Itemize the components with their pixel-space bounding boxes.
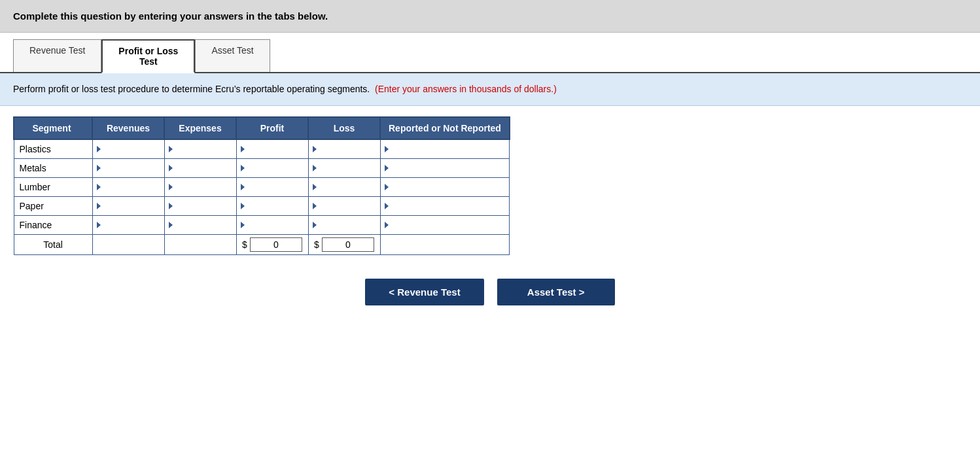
loss-input-2[interactable] [319, 181, 371, 194]
reported-marker-0 [385, 146, 389, 152]
total-row: Total$$ [14, 235, 510, 255]
loss-marker-3 [313, 203, 317, 209]
total-loss-wrapper: $ [313, 237, 376, 252]
profit-input-4[interactable] [247, 218, 299, 232]
loss-marker-2 [313, 184, 317, 190]
reported-cell-2[interactable] [380, 178, 510, 197]
total-reported-cell [380, 235, 510, 255]
reported-cell-3[interactable] [380, 197, 510, 216]
total-profit-wrapper: $ [241, 237, 304, 252]
revenues-marker-4 [97, 222, 101, 228]
expenses-marker-3 [169, 203, 173, 209]
profit-input-1[interactable] [247, 162, 299, 175]
segment-cell-0: Plastics [14, 139, 92, 159]
tab-profit-loss[interactable]: Profit or LossTest [101, 39, 195, 73]
revenues-input-2[interactable] [103, 181, 155, 194]
segment-cell-2: Lumber [14, 178, 92, 197]
reported-input-3[interactable] [391, 199, 476, 213]
table-row: Finance [14, 216, 510, 235]
revenues-marker-1 [97, 165, 101, 171]
profit-input-3[interactable] [247, 199, 299, 213]
expenses-cell-0[interactable] [164, 139, 236, 159]
profit-input-0[interactable] [247, 143, 299, 156]
tabs-container: Revenue Test Profit or LossTest Asset Te… [0, 33, 980, 73]
profit-loss-table: Segment Revenues Expenses Profit Loss Re… [13, 116, 510, 255]
revenues-cell-1[interactable] [92, 159, 164, 178]
expenses-marker-4 [169, 222, 173, 228]
instructions-text: Complete this question by entering your … [13, 10, 328, 22]
tab-revenue[interactable]: Revenue Test [13, 39, 101, 72]
table-row: Lumber [14, 178, 510, 197]
prev-button[interactable]: Revenue Test [365, 279, 483, 305]
revenues-input-3[interactable] [103, 199, 155, 213]
reported-cell-0[interactable] [380, 139, 510, 159]
total-profit-cell[interactable]: $ [236, 235, 308, 255]
total-revenues-cell [92, 235, 164, 255]
table-row: Plastics [14, 139, 510, 159]
profit-cell-1[interactable] [236, 159, 308, 178]
revenues-cell-0[interactable] [92, 139, 164, 159]
profit-cell-2[interactable] [236, 178, 308, 197]
segment-cell-4: Finance [14, 216, 92, 235]
expenses-marker-0 [169, 146, 173, 152]
loss-input-0[interactable] [319, 143, 371, 156]
expenses-cell-3[interactable] [164, 197, 236, 216]
profit-marker-4 [241, 222, 245, 228]
revenues-cell-2[interactable] [92, 178, 164, 197]
loss-cell-2[interactable] [308, 178, 380, 197]
loss-input-3[interactable] [319, 199, 371, 213]
expenses-input-3[interactable] [175, 199, 227, 213]
col-header-profit: Profit [236, 117, 308, 139]
revenues-input-1[interactable] [103, 162, 155, 175]
expenses-input-0[interactable] [175, 143, 227, 156]
revenues-marker-3 [97, 203, 101, 209]
revenues-marker-0 [97, 146, 101, 152]
expenses-input-4[interactable] [175, 218, 227, 232]
loss-marker-4 [313, 222, 317, 228]
reported-input-0[interactable] [391, 143, 476, 156]
revenues-input-4[interactable] [103, 218, 155, 232]
total-loss-input[interactable] [322, 237, 374, 252]
total-loss-cell[interactable]: $ [308, 235, 380, 255]
expenses-input-1[interactable] [175, 162, 227, 175]
profit-cell-0[interactable] [236, 139, 308, 159]
expenses-marker-2 [169, 184, 173, 190]
reported-cell-1[interactable] [380, 159, 510, 178]
profit-input-2[interactable] [247, 181, 299, 194]
expenses-cell-4[interactable] [164, 216, 236, 235]
reported-cell-4[interactable] [380, 216, 510, 235]
revenues-input-0[interactable] [103, 143, 155, 156]
tab-asset[interactable]: Asset Test [195, 39, 270, 72]
loss-input-1[interactable] [319, 162, 371, 175]
reported-input-2[interactable] [391, 181, 476, 194]
description-area: Perform profit or loss test procedure to… [0, 73, 980, 106]
expenses-cell-1[interactable] [164, 159, 236, 178]
next-button[interactable]: Asset Test [497, 279, 615, 305]
profit-cell-3[interactable] [236, 197, 308, 216]
segment-cell-1: Metals [14, 159, 92, 178]
total-profit-input[interactable] [250, 237, 302, 252]
reported-input-1[interactable] [391, 162, 476, 175]
profit-cell-4[interactable] [236, 216, 308, 235]
profit-marker-2 [241, 184, 245, 190]
loss-cell-3[interactable] [308, 197, 380, 216]
total-loss-symbol: $ [314, 239, 319, 250]
profit-marker-1 [241, 165, 245, 171]
col-header-expenses: Expenses [164, 117, 236, 139]
loss-marker-1 [313, 165, 317, 171]
col-header-segment: Segment [14, 117, 92, 139]
loss-input-4[interactable] [319, 218, 371, 232]
loss-cell-0[interactable] [308, 139, 380, 159]
loss-cell-4[interactable] [308, 216, 380, 235]
revenues-cell-4[interactable] [92, 216, 164, 235]
total-profit-symbol: $ [242, 239, 247, 250]
description-main: Perform profit or loss test procedure to… [13, 84, 370, 94]
revenues-cell-3[interactable] [92, 197, 164, 216]
loss-cell-1[interactable] [308, 159, 380, 178]
expenses-cell-2[interactable] [164, 178, 236, 197]
reported-marker-1 [385, 165, 389, 171]
expenses-input-2[interactable] [175, 181, 227, 194]
col-header-loss: Loss [308, 117, 380, 139]
reported-input-4[interactable] [391, 218, 476, 232]
reported-marker-2 [385, 184, 389, 190]
